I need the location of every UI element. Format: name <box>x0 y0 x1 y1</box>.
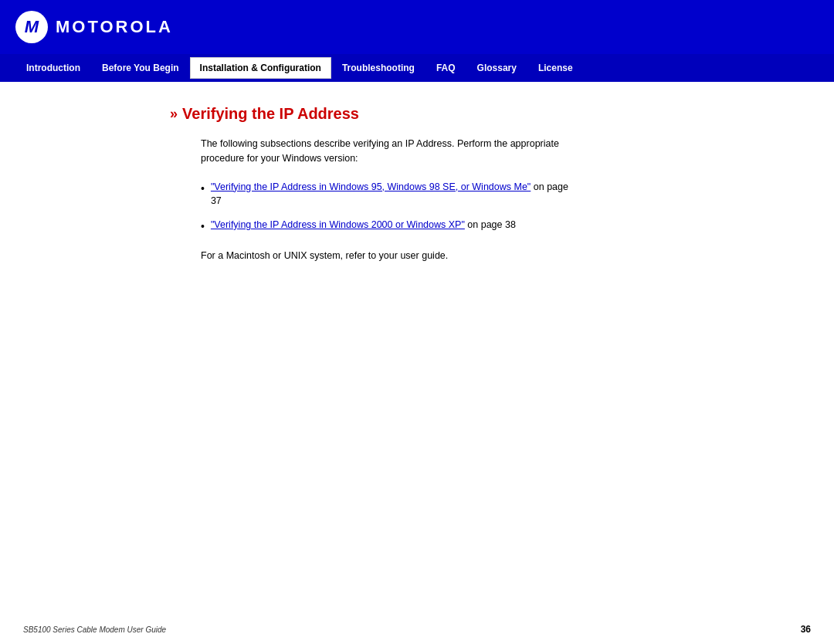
bullet-item-1-text: "Verifying the IP Address in Windows 95,… <box>211 180 571 209</box>
motorola-logo: M MOTOROLA <box>15 11 173 43</box>
list-item: • "Verifying the IP Address in Windows 2… <box>201 218 571 235</box>
bullet-list: • "Verifying the IP Address in Windows 9… <box>201 180 571 236</box>
page-wrapper: M MOTOROLA Introduction Before You Begin… <box>0 0 834 644</box>
bullet-dot-1: • <box>201 181 205 197</box>
nav-item-introduction[interactable]: Introduction <box>15 56 91 80</box>
nav-bar: Introduction Before You Begin Installati… <box>0 54 834 82</box>
nav-item-before-you-begin[interactable]: Before You Begin <box>91 56 190 80</box>
logo-circle: M <box>15 11 48 43</box>
nav-item-troubleshooting[interactable]: Troubleshooting <box>331 56 425 80</box>
nav-item-glossary[interactable]: Glossary <box>466 56 527 80</box>
nav-item-installation-configuration[interactable]: Installation & Configuration <box>190 57 331 79</box>
bullet-item-2-suffix: on page 38 <box>465 219 516 230</box>
footer-guide-title: SB5100 Series Cable Modem User Guide <box>23 625 166 634</box>
nav-item-license[interactable]: License <box>527 56 584 80</box>
footer-page-number: 36 <box>801 624 811 635</box>
nav-item-faq[interactable]: FAQ <box>425 56 466 80</box>
list-item: • "Verifying the IP Address in Windows 9… <box>201 180 571 209</box>
intro-paragraph: The following subsections describe verif… <box>201 137 571 166</box>
link-windows-95[interactable]: "Verifying the IP Address in Windows 95,… <box>211 181 531 192</box>
page-title: Verifying the IP Address <box>182 105 359 123</box>
bullet-item-2-text: "Verifying the IP Address in Windows 200… <box>211 218 516 232</box>
main-content: » Verifying the IP Address The following… <box>0 82 834 615</box>
brand-name: MOTOROLA <box>56 17 173 37</box>
arrow-icon: » <box>170 106 178 122</box>
bullet-dot-2: • <box>201 219 205 235</box>
link-windows-2000[interactable]: "Verifying the IP Address in Windows 200… <box>211 219 465 230</box>
header-banner: M MOTOROLA <box>0 0 834 54</box>
footer: SB5100 Series Cable Modem User Guide 36 <box>0 615 834 644</box>
page-title-row: » Verifying the IP Address <box>46 105 788 123</box>
mac-note: For a Macintosh or UNIX system, refer to… <box>201 249 571 263</box>
content-body: The following subsections describe verif… <box>46 137 649 263</box>
logo-m-icon: M <box>25 17 39 37</box>
